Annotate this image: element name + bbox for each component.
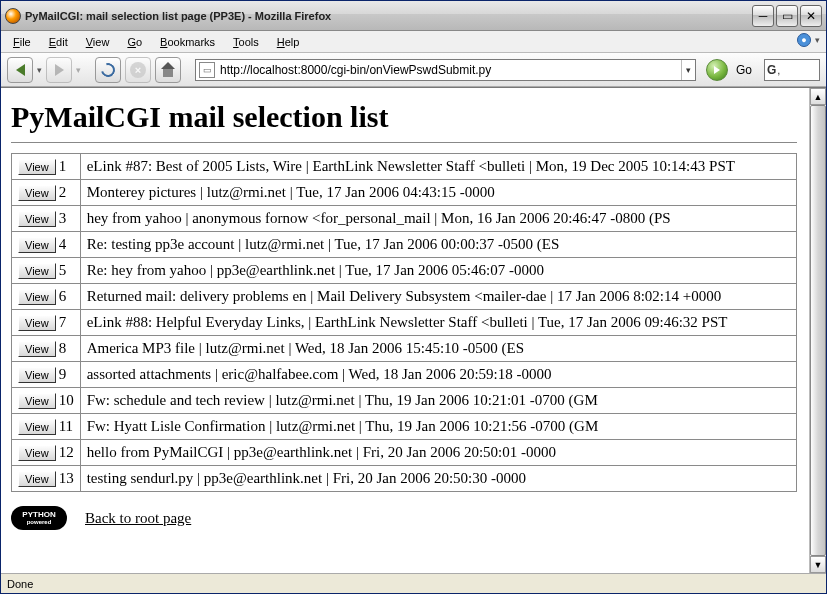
hr-divider bbox=[11, 142, 797, 143]
url-dropdown[interactable]: ▾ bbox=[681, 60, 695, 80]
table-row: View10Fw: schedule and tech review | lut… bbox=[12, 388, 797, 414]
row-number: 10 bbox=[59, 392, 74, 408]
row-number: 7 bbox=[59, 314, 67, 330]
view-cell: View2 bbox=[12, 180, 81, 206]
mail-summary: Re: testing pp3e account | lutz@rmi.net … bbox=[80, 232, 796, 258]
scroll-track[interactable] bbox=[810, 105, 826, 556]
stop-button[interactable]: × bbox=[125, 57, 151, 83]
reload-button[interactable] bbox=[95, 57, 121, 83]
menu-edit[interactable]: Edit bbox=[41, 34, 76, 50]
mail-summary: America MP3 file | lutz@rmi.net | Wed, 1… bbox=[80, 336, 796, 362]
titlebar: PyMailCGI: mail selection list page (PP3… bbox=[1, 1, 826, 31]
search-engine-icon: G bbox=[767, 63, 776, 77]
mail-summary: testing sendurl.py | pp3e@earthlink.net … bbox=[80, 466, 796, 492]
view-button[interactable]: View bbox=[18, 393, 56, 409]
view-cell: View5 bbox=[12, 258, 81, 284]
row-number: 2 bbox=[59, 184, 67, 200]
table-row: View11Fw: Hyatt Lisle Confirmation | lut… bbox=[12, 414, 797, 440]
throbber-icon: ● bbox=[797, 33, 811, 47]
view-cell: View12 bbox=[12, 440, 81, 466]
url-input[interactable] bbox=[218, 61, 681, 79]
scroll-down-button[interactable]: ▼ bbox=[810, 556, 826, 573]
view-button[interactable]: View bbox=[18, 471, 56, 487]
view-cell: View7 bbox=[12, 310, 81, 336]
badge-line2: powered bbox=[27, 519, 52, 525]
view-cell: View13 bbox=[12, 466, 81, 492]
row-number: 6 bbox=[59, 288, 67, 304]
vertical-scrollbar[interactable]: ▲ ▼ bbox=[809, 88, 826, 573]
mail-summary: Fw: Hyatt Lisle Confirmation | lutz@rmi.… bbox=[80, 414, 796, 440]
menu-bookmarks[interactable]: Bookmarks bbox=[152, 34, 223, 50]
view-button[interactable]: View bbox=[18, 341, 56, 357]
row-number: 8 bbox=[59, 340, 67, 356]
menubar: File Edit View Go Bookmarks Tools Help ●… bbox=[1, 31, 826, 53]
view-cell: View1 bbox=[12, 154, 81, 180]
mail-summary: eLink #88: Helpful Everyday Links, | Ear… bbox=[80, 310, 796, 336]
forward-history-dropdown[interactable]: ▾ bbox=[76, 65, 81, 75]
go-button[interactable] bbox=[706, 59, 728, 81]
table-row: View7eLink #88: Helpful Everyday Links, … bbox=[12, 310, 797, 336]
url-bar[interactable]: ▭ ▾ bbox=[195, 59, 696, 81]
view-cell: View11 bbox=[12, 414, 81, 440]
view-button[interactable]: View bbox=[18, 289, 56, 305]
table-row: View6Returned mail: delivery problems en… bbox=[12, 284, 797, 310]
view-button[interactable]: View bbox=[18, 445, 56, 461]
go-label: Go bbox=[736, 63, 752, 77]
row-number: 3 bbox=[59, 210, 67, 226]
mail-summary: Returned mail: delivery problems en | Ma… bbox=[80, 284, 796, 310]
table-row: View5Re: hey from yahoo | pp3e@earthlink… bbox=[12, 258, 797, 284]
scroll-up-button[interactable]: ▲ bbox=[810, 88, 826, 105]
view-button[interactable]: View bbox=[18, 237, 56, 253]
menubar-handle-icon: ▾ bbox=[815, 35, 820, 45]
back-to-root-link[interactable]: Back to root page bbox=[85, 510, 191, 527]
table-row: View1eLink #87: Best of 2005 Lists, Wire… bbox=[12, 154, 797, 180]
menu-view[interactable]: View bbox=[78, 34, 118, 50]
forward-button[interactable] bbox=[46, 57, 72, 83]
go-arrow-icon bbox=[714, 66, 720, 74]
view-button[interactable]: View bbox=[18, 159, 56, 175]
home-button[interactable] bbox=[155, 57, 181, 83]
mail-summary: Re: hey from yahoo | pp3e@earthlink.net … bbox=[80, 258, 796, 284]
row-number: 4 bbox=[59, 236, 67, 252]
scroll-thumb[interactable] bbox=[810, 105, 826, 556]
table-row: View3hey from yahoo | anonymous fornow <… bbox=[12, 206, 797, 232]
view-button[interactable]: View bbox=[18, 419, 56, 435]
mail-summary: hey from yahoo | anonymous fornow <for_p… bbox=[80, 206, 796, 232]
minimize-button[interactable]: ─ bbox=[752, 5, 774, 27]
python-powered-badge[interactable]: PYTHON powered bbox=[11, 506, 67, 530]
view-cell: View4 bbox=[12, 232, 81, 258]
view-button[interactable]: View bbox=[18, 263, 56, 279]
view-button[interactable]: View bbox=[18, 315, 56, 331]
view-cell: View9 bbox=[12, 362, 81, 388]
stop-icon: × bbox=[130, 62, 146, 78]
menu-go[interactable]: Go bbox=[119, 34, 150, 50]
nav-toolbar: ▾ ▾ × ▭ ▾ Go G, bbox=[1, 53, 826, 87]
status-bar: Done bbox=[1, 573, 826, 593]
row-number: 12 bbox=[59, 444, 74, 460]
firefox-icon bbox=[5, 8, 21, 24]
view-button[interactable]: View bbox=[18, 211, 56, 227]
status-text: Done bbox=[7, 578, 33, 590]
search-box[interactable]: G, bbox=[764, 59, 820, 81]
menu-help[interactable]: Help bbox=[269, 34, 308, 50]
view-cell: View8 bbox=[12, 336, 81, 362]
row-number: 9 bbox=[59, 366, 67, 382]
view-cell: View6 bbox=[12, 284, 81, 310]
row-number: 1 bbox=[59, 158, 67, 174]
table-row: View9assorted attachments | eric@halfabe… bbox=[12, 362, 797, 388]
mail-summary: assorted attachments | eric@halfabee.com… bbox=[80, 362, 796, 388]
maximize-button[interactable]: ▭ bbox=[776, 5, 798, 27]
page-favicon: ▭ bbox=[199, 62, 215, 78]
back-history-dropdown[interactable]: ▾ bbox=[37, 65, 42, 75]
menu-tools[interactable]: Tools bbox=[225, 34, 267, 50]
mail-summary: Monterey pictures | lutz@rmi.net | Tue, … bbox=[80, 180, 796, 206]
mail-summary: Fw: schedule and tech review | lutz@rmi.… bbox=[80, 388, 796, 414]
menu-file[interactable]: File bbox=[5, 34, 39, 50]
view-button[interactable]: View bbox=[18, 367, 56, 383]
content-viewport: PyMailCGI mail selection list View1eLink… bbox=[1, 87, 826, 573]
view-button[interactable]: View bbox=[18, 185, 56, 201]
back-button[interactable] bbox=[7, 57, 33, 83]
view-cell: View10 bbox=[12, 388, 81, 414]
home-icon bbox=[160, 62, 176, 78]
close-button[interactable]: ✕ bbox=[800, 5, 822, 27]
